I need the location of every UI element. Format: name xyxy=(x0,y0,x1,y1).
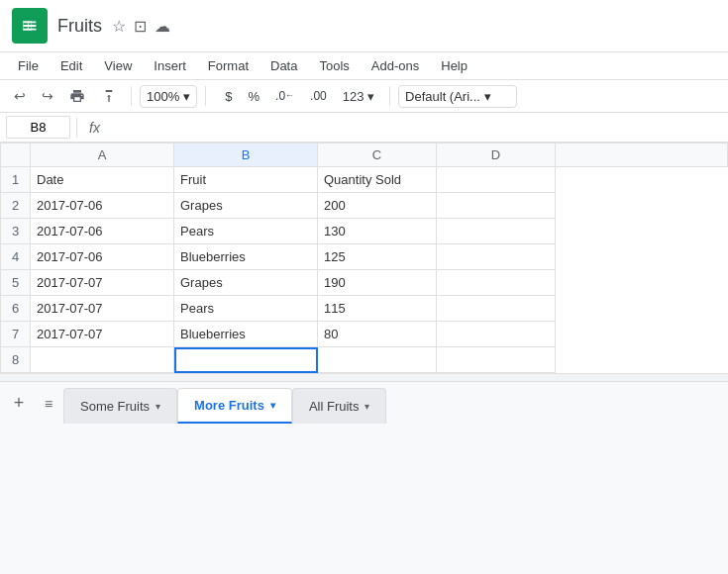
menu-view[interactable]: View xyxy=(94,54,142,77)
cell-r4-ca[interactable]: 2017-07-06 xyxy=(31,244,174,270)
tab-all-fruits[interactable]: All Fruits ▾ xyxy=(292,388,387,424)
sheet-list-button[interactable]: ≡ xyxy=(34,389,63,419)
tab-all-fruits-label: All Fruits xyxy=(309,399,360,414)
cell-r8-cb[interactable] xyxy=(174,347,318,373)
corner-header xyxy=(1,144,31,167)
col-header-d[interactable]: D xyxy=(437,144,556,167)
menu-help[interactable]: Help xyxy=(431,54,477,77)
tab-bar: + ≡ Some Fruits ▾ More Fruits ▾ All Frui… xyxy=(0,381,728,425)
menu-addons[interactable]: Add-ons xyxy=(362,54,429,77)
decimal-decrease-button[interactable]: .0← xyxy=(268,86,301,106)
title-icons: ☆ ⊡ ☁ xyxy=(112,17,170,36)
cell-r5-cc[interactable]: 190 xyxy=(318,270,437,296)
cell-r3-cb[interactable]: Pears xyxy=(174,219,318,244)
cell-r1-cb[interactable]: Fruit xyxy=(174,167,318,193)
row-header-4[interactable]: 4 xyxy=(1,244,31,270)
row-header-8[interactable]: 8 xyxy=(1,347,31,373)
cell-r1-cc[interactable]: Quantity Sold xyxy=(318,167,437,193)
toolbar-sep-3 xyxy=(389,86,390,106)
formula-input[interactable] xyxy=(112,118,722,137)
table-row: 22017-07-06Grapes200 xyxy=(1,193,728,219)
cell-r6-cb[interactable]: Pears xyxy=(174,296,318,322)
zoom-chevron: ▾ xyxy=(183,89,190,104)
col-header-extra xyxy=(556,144,728,167)
cell-r6-cd[interactable] xyxy=(437,296,556,322)
toolbar-sep-2 xyxy=(205,86,206,106)
cell-r4-cd[interactable] xyxy=(437,244,556,270)
cell-r5-cd[interactable] xyxy=(437,270,556,296)
menu-file[interactable]: File xyxy=(8,54,49,77)
cell-r1-ca[interactable]: Date xyxy=(31,167,174,193)
cell-r1-cd[interactable] xyxy=(437,167,556,193)
row-header-6[interactable]: 6 xyxy=(1,296,31,322)
paint-format-button[interactable] xyxy=(95,84,123,108)
cell-r2-cc[interactable]: 200 xyxy=(318,193,437,219)
menu-tools[interactable]: Tools xyxy=(309,54,359,77)
col-header-b[interactable]: B xyxy=(174,144,318,167)
cell-r8-ca[interactable] xyxy=(31,347,174,373)
move-icon[interactable]: ⊡ xyxy=(134,17,147,36)
cell-r8-cc[interactable] xyxy=(318,347,437,373)
svg-rect-3 xyxy=(24,29,37,31)
sheet-body: 1DateFruitQuantity Sold22017-07-06Grapes… xyxy=(1,167,728,373)
print-button[interactable] xyxy=(63,84,91,108)
row-header-5[interactable]: 5 xyxy=(1,270,31,296)
table-row: 52017-07-07Grapes190 xyxy=(1,270,728,296)
menu-insert[interactable]: Insert xyxy=(144,54,196,77)
tab-all-fruits-chevron: ▾ xyxy=(364,401,369,412)
menu-format[interactable]: Format xyxy=(198,54,259,77)
cell-r2-cb[interactable]: Grapes xyxy=(174,193,318,219)
title-bar: Fruits ☆ ⊡ ☁ xyxy=(0,0,728,52)
col-header-c[interactable]: C xyxy=(318,144,437,167)
redo-button[interactable]: ↪ xyxy=(36,84,59,108)
star-icon[interactable]: ☆ xyxy=(112,17,126,36)
cell-r6-ca[interactable]: 2017-07-07 xyxy=(31,296,174,322)
tab-some-fruits[interactable]: Some Fruits ▾ xyxy=(63,388,177,424)
add-sheet-button[interactable]: + xyxy=(4,389,34,419)
menu-data[interactable]: Data xyxy=(260,54,307,77)
table-row: 32017-07-06Pears130 xyxy=(1,219,728,244)
cell-r7-cd[interactable] xyxy=(437,322,556,347)
row-header-3[interactable]: 3 xyxy=(1,219,31,244)
formula-sep xyxy=(76,118,77,138)
svg-rect-1 xyxy=(24,21,37,23)
table-row: 8 xyxy=(1,347,728,373)
cell-reference-input[interactable] xyxy=(6,116,70,139)
horizontal-scrollbar[interactable] xyxy=(0,373,728,381)
formula-bar: fx xyxy=(0,113,728,143)
currency-button[interactable]: $ xyxy=(218,86,239,107)
cell-r6-cc[interactable]: 115 xyxy=(318,296,437,322)
zoom-select[interactable]: 100% ▾ xyxy=(140,85,197,108)
percent-button[interactable]: % xyxy=(241,86,266,107)
cell-r2-cd[interactable] xyxy=(437,193,556,219)
menu-edit[interactable]: Edit xyxy=(51,54,92,77)
cell-r3-cc[interactable]: 130 xyxy=(318,219,437,244)
cell-r3-ca[interactable]: 2017-07-06 xyxy=(31,219,174,244)
cell-r5-cb[interactable]: Grapes xyxy=(174,270,318,296)
col-header-a[interactable]: A xyxy=(31,144,174,167)
sheet-table: A B C D 1DateFruitQuantity Sold22017-07-… xyxy=(0,143,728,373)
font-select[interactable]: Default (Ari... ▾ xyxy=(398,85,517,108)
undo-button[interactable]: ↩ xyxy=(8,84,32,108)
app-icon xyxy=(12,8,48,44)
cell-r7-ca[interactable]: 2017-07-07 xyxy=(31,322,174,347)
cell-r7-cb[interactable]: Blueberries xyxy=(174,322,318,347)
number-format-button[interactable]: 123 ▾ xyxy=(336,86,381,107)
cell-r2-ca[interactable]: 2017-07-06 xyxy=(31,193,174,219)
row-header-7[interactable]: 7 xyxy=(1,322,31,347)
cell-r5-ca[interactable]: 2017-07-07 xyxy=(31,270,174,296)
decimal-increase-button[interactable]: .00 xyxy=(303,86,334,106)
font-chevron: ▾ xyxy=(484,89,491,104)
table-row: 72017-07-07Blueberries80 xyxy=(1,322,728,347)
cell-r4-cb[interactable]: Blueberries xyxy=(174,244,318,270)
cell-r7-cc[interactable]: 80 xyxy=(318,322,437,347)
tab-more-fruits-chevron: ▾ xyxy=(270,400,275,411)
tab-more-fruits[interactable]: More Fruits ▾ xyxy=(177,388,292,424)
tab-some-fruits-chevron: ▾ xyxy=(156,401,160,412)
cell-r3-cd[interactable] xyxy=(437,219,556,244)
cell-r8-cd[interactable] xyxy=(437,347,556,373)
cloud-icon[interactable]: ☁ xyxy=(155,17,170,36)
row-header-2[interactable]: 2 xyxy=(1,193,31,219)
row-header-1[interactable]: 1 xyxy=(1,167,31,193)
cell-r4-cc[interactable]: 125 xyxy=(318,244,437,270)
